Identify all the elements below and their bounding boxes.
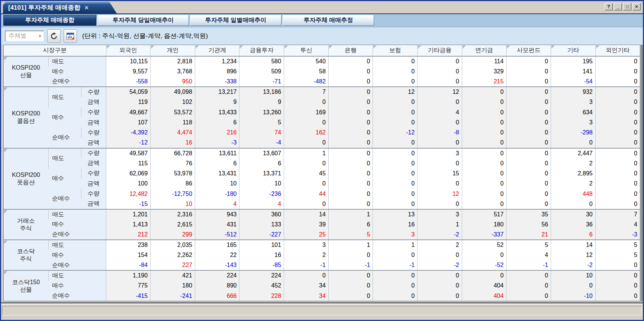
sort-triangle-icon: [463, 45, 466, 49]
table-row: 매수1542,2622216200004125: [4, 250, 640, 260]
value-cell: 224: [239, 270, 284, 280]
value-cell: 0: [595, 66, 640, 76]
value-cell: -180: [195, 189, 239, 199]
value-cell: -512: [195, 230, 239, 240]
value-cell: 0: [328, 291, 373, 301]
value-cell: 9,557: [106, 66, 151, 76]
value-cell: 45: [284, 168, 329, 178]
value-cell: 0: [373, 168, 418, 178]
table-row: KOSPI200풋옵션매도수량49,58766,72813,61113,6071…: [4, 148, 640, 158]
row-sub-label: 금액: [81, 138, 106, 148]
column-header-0[interactable]: 외국인: [106, 45, 151, 56]
row-type-label: 매수: [48, 281, 106, 291]
value-cell: 21: [506, 230, 551, 240]
value-cell: 9: [195, 97, 239, 107]
value-cell: -338: [195, 77, 239, 87]
corner-header: 시장구분: [4, 45, 106, 56]
value-cell: 13: [373, 209, 418, 219]
value-cell: -4: [239, 138, 284, 148]
value-cell: 3: [373, 230, 418, 240]
value-cell: 0: [328, 179, 373, 189]
value-cell: 0: [506, 138, 551, 148]
value-cell: 54,059: [106, 87, 151, 97]
value-cell: -85: [239, 260, 284, 270]
row-type-label: 매수: [48, 219, 106, 229]
tab-trade-summary[interactable]: 투자주체 매매종합: [3, 15, 96, 26]
value-cell: 360: [239, 209, 284, 219]
refresh-button[interactable]: [47, 29, 61, 43]
value-cell: -10: [551, 291, 596, 301]
investor-trading-table: 시장구분 외국인개인기관계금융투자투신은행보험기타금융연기금사모펀드기타외인기타…: [4, 45, 640, 301]
value-cell: 1,201: [106, 209, 151, 219]
chart-button[interactable]: [64, 29, 77, 43]
value-cell: 228: [239, 291, 284, 301]
value-cell: 0: [284, 158, 329, 168]
column-header-6[interactable]: 보험: [373, 45, 418, 56]
value-cell: 431: [195, 219, 239, 229]
value-cell: 890: [195, 281, 239, 291]
column-header-5[interactable]: 은행: [328, 45, 373, 56]
value-cell: 3,768: [151, 66, 195, 76]
subject-type-dropdown[interactable]: 주체별 ▼: [5, 31, 44, 42]
column-header-4[interactable]: 투신: [284, 45, 329, 56]
value-cell: -143: [195, 260, 239, 270]
value-cell: 13,186: [239, 87, 284, 97]
row-type-label: 매수: [48, 250, 106, 260]
minimize-button[interactable]: _: [614, 3, 622, 10]
group-label-kospi200-put-option: KOSPI200풋옵션: [4, 148, 48, 209]
column-header-10[interactable]: 기타: [551, 45, 596, 56]
value-cell: 2,895: [551, 168, 596, 178]
value-cell: 0: [418, 158, 462, 168]
value-cell: 0: [373, 291, 418, 301]
value-cell: 224: [195, 270, 239, 280]
value-cell: 4: [239, 199, 284, 209]
row-type-label: 순매수: [48, 77, 106, 87]
chevron-down-icon: ▼: [38, 34, 42, 38]
value-cell: 0: [328, 158, 373, 168]
row-type-label: 매수: [48, 66, 106, 76]
column-header-9[interactable]: 사모펀드: [506, 45, 551, 56]
value-cell: 509: [239, 66, 284, 76]
column-header-2[interactable]: 기관계: [195, 45, 239, 56]
column-header-3[interactable]: 금융투자: [239, 45, 284, 56]
value-cell: 133: [239, 219, 284, 229]
value-cell: 299: [151, 230, 195, 240]
value-cell: 1: [284, 148, 329, 158]
close-icon[interactable]: ✕: [84, 4, 89, 11]
group-label-kospi200-futures: KOSPI200선물: [4, 56, 48, 87]
vertical-scrollbar[interactable]: [640, 45, 643, 301]
value-cell: 0: [595, 291, 640, 301]
value-cell: 0: [462, 179, 506, 189]
row-sub-label: 수량: [81, 189, 106, 199]
tab-daily-trend[interactable]: 투자주체 일별매매추이: [190, 15, 281, 26]
value-cell: 3: [284, 240, 329, 250]
column-header-7[interactable]: 기타금융: [418, 45, 462, 56]
column-header-11[interactable]: 외인기타: [595, 45, 640, 56]
column-header-1[interactable]: 개인: [151, 45, 195, 56]
value-cell: 0: [284, 270, 329, 280]
value-cell: 0: [506, 148, 551, 158]
toolbar: 주체별 ▼ (단위 : 주: [1, 27, 643, 45]
help-button[interactable]: ?: [605, 3, 613, 10]
value-cell: 0: [462, 97, 506, 107]
column-header-8[interactable]: 연기금: [462, 45, 506, 56]
row-sub-label: 금액: [81, 97, 106, 107]
tab-intraday-trend[interactable]: 투자주체 당일매매추이: [97, 15, 189, 26]
value-cell: 1: [418, 219, 462, 229]
value-cell: -71: [239, 77, 284, 87]
value-cell: 540: [284, 56, 329, 66]
value-cell: -12,750: [151, 189, 195, 199]
maximize-button[interactable]: □: [623, 3, 631, 10]
value-cell: 2,615: [151, 219, 195, 229]
row-sub-label: 수량: [81, 168, 106, 178]
value-cell: 0: [373, 66, 418, 76]
value-cell: 141: [551, 66, 596, 76]
value-cell: 0: [328, 199, 373, 209]
table-row: 코스닥150선물매도1,190421224224000000100: [4, 270, 640, 280]
tab-trade-estimate[interactable]: 투자주체 매매추정: [283, 15, 374, 26]
value-cell: -15: [106, 199, 151, 209]
close-button[interactable]: ✕: [632, 3, 641, 10]
value-cell: 0: [595, 56, 640, 66]
value-cell: 0: [595, 107, 640, 117]
value-cell: 14: [284, 209, 329, 219]
